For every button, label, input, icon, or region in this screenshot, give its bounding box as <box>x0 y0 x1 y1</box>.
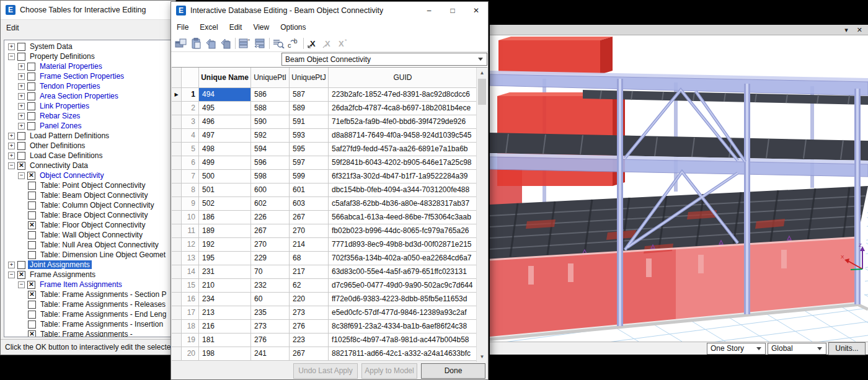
row-number-cell[interactable]: 7 <box>182 170 199 183</box>
row-number-cell[interactable]: 8 <box>182 183 199 197</box>
tree-checkbox[interactable] <box>27 82 35 91</box>
table-cell[interactable]: 59f2841b-6043-4202-b905-646e17a25c98 <box>329 156 477 170</box>
table-cell[interactable]: 270 <box>290 224 329 238</box>
tree-checkbox[interactable] <box>28 320 36 329</box>
tree-checkbox[interactable] <box>27 102 35 110</box>
tree-checkbox[interactable] <box>28 330 36 338</box>
tree-checkbox[interactable] <box>27 112 35 120</box>
collapse-icon[interactable]: − <box>18 172 25 179</box>
tree-item[interactable]: −Frame Item Assignments <box>4 280 172 289</box>
table-row[interactable]: 2019824126788217811-ad66-42c1-a332-a24a1… <box>172 347 477 361</box>
delete-selected-icon[interactable]: X <box>306 37 321 50</box>
table-cell[interactable]: 597 <box>290 156 329 170</box>
table-row[interactable]: 75005985996f321f3a-302d-4b47-b1f7-1a9522… <box>172 170 477 183</box>
table-row[interactable]: 4497592593d8a88714-7649-4f0a-9458-924d10… <box>172 129 477 143</box>
table-row[interactable]: 9502602603c5afaf38-62bb-4b36-a80e-483283… <box>172 197 477 211</box>
menu-file[interactable]: File <box>171 20 194 34</box>
table-cell[interactable]: 588 <box>251 102 290 115</box>
tree-item[interactable]: −Frame Assignments <box>4 270 172 280</box>
coord-system-dropdown[interactable]: Global <box>768 343 826 355</box>
tree-item[interactable]: +Joint Assignments <box>4 260 172 270</box>
expand-icon[interactable]: + <box>8 43 15 50</box>
expand-icon[interactable]: + <box>8 262 15 268</box>
table-cell[interactable]: 599 <box>290 170 329 183</box>
tree-item[interactable]: Table: Frame Assignments - Releases <box>4 299 172 309</box>
expand-icon[interactable]: + <box>8 152 15 159</box>
table-cell[interactable]: 494 <box>199 88 251 102</box>
row-number-cell[interactable]: 15 <box>182 279 199 293</box>
tree-checkbox[interactable] <box>28 251 36 259</box>
expand-icon[interactable]: + <box>18 123 25 130</box>
close-icon[interactable]: ✕ <box>464 2 488 19</box>
tree-checkbox[interactable] <box>28 201 36 210</box>
table-row[interactable]: 10186226267566abca1-613a-4eed-86be-7f530… <box>172 211 477 224</box>
table-cell[interactable]: 273 <box>251 320 290 334</box>
tree-item[interactable]: Table: Point Object Connectivity <box>4 180 172 190</box>
minimize-icon[interactable]: – <box>417 2 441 19</box>
find-icon[interactable] <box>272 37 286 50</box>
expand-icon[interactable]: + <box>18 93 25 100</box>
table-cell[interactable]: 497 <box>199 129 251 143</box>
table-cell[interactable]: 267 <box>251 224 290 238</box>
row-number-cell[interactable]: 5 <box>182 143 199 156</box>
delete-all-icon[interactable]: X <box>321 37 335 50</box>
scroll-up-icon[interactable]: ▲ <box>477 68 487 78</box>
dropdown-icon[interactable]: ▾ <box>844 25 848 35</box>
table-cell[interactable]: 62 <box>290 279 329 293</box>
tree-checkbox[interactable] <box>28 301 36 309</box>
tree-item[interactable]: +System Data <box>4 42 172 51</box>
table-cell[interactable]: 589 <box>290 102 329 115</box>
table-cell[interactable]: 70 <box>251 265 290 279</box>
tree-item[interactable]: +Area Section Properties <box>4 91 172 101</box>
model-3d-viewport[interactable]: . <box>490 35 868 342</box>
tree-item[interactable]: +Tendon Properties <box>4 81 172 91</box>
row-number-cell[interactable]: 17 <box>182 306 199 320</box>
column-header-unique-name[interactable]: Unique Name <box>199 68 251 88</box>
paste-icon[interactable] <box>188 37 203 50</box>
table-cell[interactable]: 214 <box>290 238 329 252</box>
vertical-scrollbar[interactable]: ▲ ▼ <box>476 68 487 362</box>
table-cell[interactable]: 586 <box>251 88 290 102</box>
tree-checkbox[interactable] <box>27 73 35 81</box>
tree-checkbox[interactable] <box>28 182 36 190</box>
row-number-cell[interactable]: 18 <box>182 320 199 334</box>
tree-item[interactable]: Table: Frame Assignments - End Leng <box>4 309 172 319</box>
table-cell[interactable]: 229 <box>251 252 290 265</box>
table-cell[interactable]: 6f321f3a-302d-4b47-b1f7-1a9522284a39 <box>329 170 477 183</box>
table-row[interactable]: 11189267270fb02b023-b996-44dc-8065-fc979… <box>172 224 477 238</box>
row-number-cell[interactable]: 16 <box>182 293 199 306</box>
table-cell[interactable]: 195 <box>199 252 251 265</box>
table-row[interactable]: 1319522968702f356a-134b-402a-a050-ea2268… <box>172 252 477 265</box>
table-cell[interactable]: 495 <box>199 102 251 115</box>
edit-form-icon[interactable] <box>174 37 188 50</box>
tree-item[interactable]: +Rebar Sizes <box>4 111 172 121</box>
table-row[interactable]: 17213235273e5ed0cfc-57df-477d-9846-12389… <box>172 306 477 320</box>
collapse-icon[interactable]: − <box>8 53 15 60</box>
table-cell[interactable]: 598 <box>251 170 290 183</box>
tree-item[interactable]: Table: Frame Assignments - Insertion <box>4 319 172 329</box>
tree-checkbox[interactable] <box>27 172 35 180</box>
row-number-cell[interactable]: 11 <box>182 224 199 238</box>
row-number-cell[interactable]: 3 <box>182 115 199 129</box>
menu-options[interactable]: Options <box>275 20 311 34</box>
units-button[interactable]: Units... <box>828 342 866 355</box>
table-cell[interactable]: 500 <box>199 170 251 183</box>
tree-checkbox[interactable] <box>17 43 25 51</box>
expand-icon[interactable]: + <box>18 73 25 80</box>
tree-item[interactable]: +Load Case Definitions <box>4 151 172 161</box>
table-cell[interactable]: 217 <box>290 265 329 279</box>
tree-item[interactable]: Table: Brace Object Connectivity <box>4 210 172 220</box>
table-cell[interactable]: 181 <box>199 334 251 347</box>
table-cell[interactable]: d7c965e0-0477-49d0-9a90-502ac9c7d644 <box>329 279 477 293</box>
row-number-cell[interactable]: 9 <box>182 197 199 211</box>
apply-to-model-button[interactable]: Apply to Model <box>361 363 417 379</box>
table-cell[interactable]: 231 <box>199 265 251 279</box>
tree-item[interactable]: Table: Floor Object Connectivity <box>4 220 172 230</box>
table-cell[interactable]: 267 <box>290 347 329 361</box>
table-cell[interactable]: 587 <box>290 88 329 102</box>
row-number-cell[interactable]: 4 <box>182 129 199 143</box>
table-row[interactable]: 649959659759f2841b-6043-4202-b905-646e17… <box>172 156 477 170</box>
table-cell[interactable]: 223 <box>290 334 329 347</box>
tree-checkbox[interactable] <box>27 63 35 71</box>
table-row[interactable]: 121922702147771d893-8ec9-49b8-bd3d-00f02… <box>172 238 477 252</box>
